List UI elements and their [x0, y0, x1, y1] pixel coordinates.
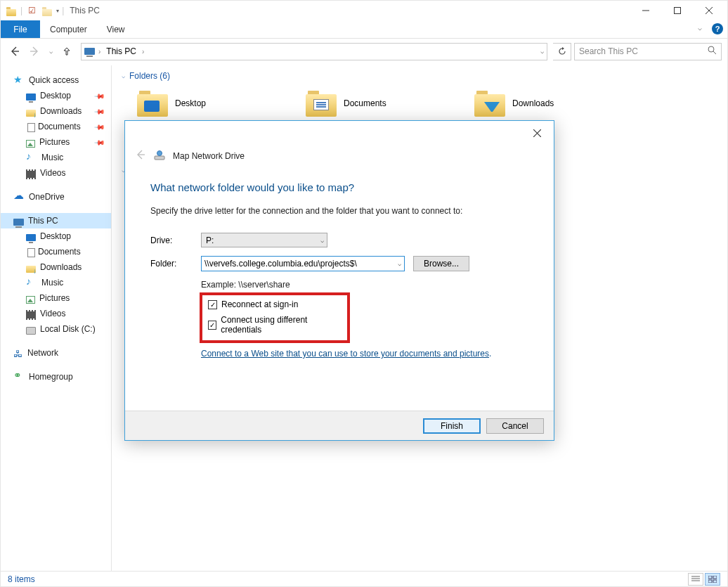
qat-newfolder-icon[interactable]	[41, 4, 53, 17]
breadcrumb[interactable]: This PC	[103, 46, 139, 56]
tab-view[interactable]: View	[97, 20, 135, 38]
dialog-back-button[interactable]	[135, 149, 146, 163]
tab-computer[interactable]: Computer	[40, 20, 97, 38]
reconnect-checkbox[interactable]: ✓ Reconnect at sign-in	[208, 299, 342, 309]
downloads-icon	[26, 110, 36, 117]
sidebar-item-documents[interactable]: Documents📌	[1, 119, 111, 134]
downloads-icon	[26, 266, 36, 273]
qat-properties-icon[interactable]: ☑	[25, 4, 38, 17]
sidebar-item-localdisk[interactable]: Local Disk (C:)	[1, 321, 111, 337]
music-icon	[26, 277, 37, 288]
sidebar-item-music[interactable]: Music	[1, 150, 111, 165]
address-dropdown-icon[interactable]: ⌵	[540, 48, 544, 55]
sidebar-quick-access[interactable]: Quick access	[1, 72, 111, 88]
svg-point-12	[157, 151, 162, 156]
pin-icon: 📌	[94, 90, 105, 101]
sidebar-item-videos[interactable]: Videos	[1, 165, 111, 181]
sidebar-network[interactable]: Network	[1, 345, 111, 361]
chevron-down-icon: ⌵	[398, 260, 401, 267]
dialog-close-button[interactable]	[523, 122, 551, 143]
status-text: 8 items	[8, 574, 35, 584]
browse-button[interactable]: Browse...	[413, 256, 469, 271]
expand-ribbon-icon[interactable]: ⌵	[698, 24, 708, 34]
address-bar-row: ⌵ › This PC › ⌵ Search This PC	[1, 39, 727, 64]
svg-rect-11	[155, 156, 164, 160]
qat-sep: |	[20, 6, 22, 15]
tiles-view-button[interactable]	[705, 573, 720, 586]
folder-icon	[306, 89, 337, 117]
dialog-subheading: Specify the drive letter for the connect…	[150, 206, 528, 216]
sidebar-item-downloads[interactable]: Downloads📌	[1, 103, 111, 119]
chevron-down-icon: ⌵	[122, 72, 125, 79]
minimize-button[interactable]	[630, 1, 661, 20]
finish-button[interactable]: Finish	[423, 418, 481, 434]
connect-website-link[interactable]: Connect to a Web site that you can use t…	[201, 349, 528, 359]
map-network-drive-dialog: Map Network Drive What network folder wo…	[124, 120, 554, 441]
sidebar-onedrive[interactable]: OneDrive	[1, 189, 111, 205]
documents-icon	[27, 248, 35, 257]
sidebar-item-pictures[interactable]: Pictures	[1, 290, 111, 306]
folder-documents[interactable]: Documents	[306, 89, 446, 117]
qat-dropdown-icon[interactable]: ▾	[56, 8, 59, 14]
group-folders[interactable]: ⌵ Folders (6)	[122, 71, 717, 81]
dialog-title: Map Network Drive	[173, 151, 245, 161]
folder-label: Folder:	[150, 259, 201, 269]
different-credentials-checkbox[interactable]: ✓ Connect using different credentials	[208, 315, 342, 335]
pin-icon: 📌	[94, 105, 105, 117]
folder-input[interactable]: \\vervefs.college.columbia.edu\projects$…	[201, 256, 405, 271]
highlighted-checkboxes: ✓ Reconnect at sign-in ✓ Connect using d…	[200, 292, 350, 343]
navigation-pane: Quick access Desktop📌 Downloads📌 Documen…	[1, 65, 112, 571]
maximize-button[interactable]	[661, 1, 693, 20]
music-icon	[26, 152, 37, 163]
chevron-right-icon[interactable]: ›	[142, 48, 144, 56]
videos-icon	[26, 171, 36, 178]
dialog-heading: What network folder would you like to ma…	[150, 181, 528, 193]
title-bar: | ☑ ▾ | This PC	[1, 1, 727, 20]
refresh-button[interactable]	[553, 43, 571, 60]
star-icon	[13, 75, 25, 86]
svg-rect-1	[674, 8, 680, 14]
disk-icon	[26, 327, 36, 335]
address-bar[interactable]: › This PC › ⌵	[81, 43, 547, 60]
folder-icon	[137, 89, 168, 117]
close-button[interactable]	[693, 1, 724, 20]
cancel-button[interactable]: Cancel	[486, 418, 544, 434]
file-tab[interactable]: File	[1, 20, 40, 38]
folder-icon	[474, 89, 505, 117]
search-input[interactable]: Search This PC	[574, 43, 722, 60]
up-button[interactable]	[58, 43, 75, 60]
documents-icon	[27, 123, 35, 132]
back-button[interactable]	[6, 43, 23, 60]
sidebar-item-pictures[interactable]: Pictures📌	[1, 134, 111, 150]
explorer-icon	[5, 4, 18, 17]
sidebar-item-desktop[interactable]: Desktop📌	[1, 88, 111, 103]
sidebar-item-videos[interactable]: Videos	[1, 306, 111, 321]
sidebar-item-desktop[interactable]: Desktop	[1, 228, 111, 244]
pin-icon: 📌	[94, 136, 105, 148]
checkbox-icon: ✓	[208, 321, 216, 330]
pc-icon	[84, 46, 96, 57]
help-button[interactable]: ?	[712, 23, 723, 34]
recent-dropdown-icon[interactable]: ⌵	[46, 43, 56, 60]
sidebar-item-music[interactable]: Music	[1, 275, 111, 290]
chevron-down-icon: ⌵	[320, 237, 324, 244]
window-title: This PC	[70, 6, 100, 15]
sidebar-item-documents[interactable]: Documents	[1, 244, 111, 259]
forward-button[interactable]	[26, 43, 43, 60]
sidebar-this-pc[interactable]: This PC	[1, 213, 111, 228]
folder-desktop[interactable]: Desktop	[137, 89, 278, 117]
search-placeholder: Search This PC	[579, 46, 638, 56]
search-icon	[708, 46, 717, 57]
desktop-icon	[26, 234, 36, 241]
sidebar-homegroup[interactable]: Homegroup	[1, 369, 111, 385]
details-view-button[interactable]	[688, 573, 703, 586]
sidebar-item-downloads[interactable]: Downloads	[1, 259, 111, 275]
pin-icon: 📌	[94, 121, 105, 132]
folder-downloads[interactable]: Downloads	[474, 89, 615, 117]
svg-rect-17	[713, 576, 717, 579]
network-drive-icon	[153, 150, 166, 162]
chevron-right-icon[interactable]: ›	[98, 48, 100, 56]
drive-select[interactable]: P: ⌵	[201, 233, 327, 247]
network-icon	[13, 351, 23, 358]
svg-rect-19	[713, 580, 717, 583]
